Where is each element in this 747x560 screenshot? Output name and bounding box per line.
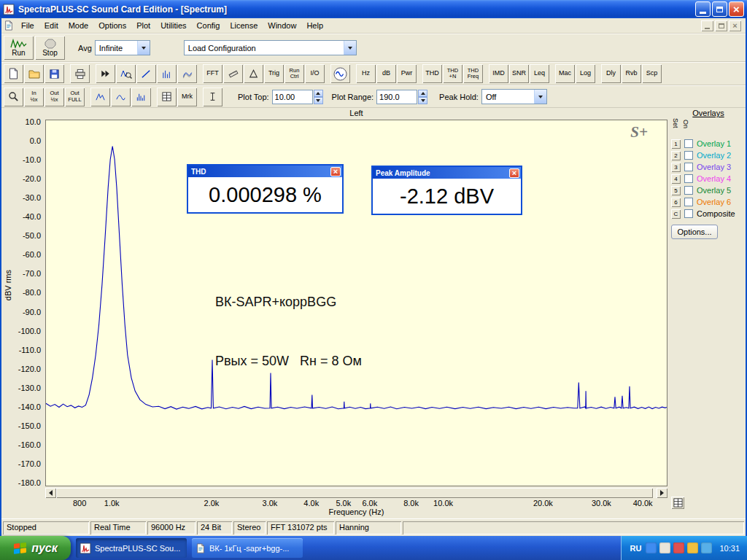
peak-hold-dropdown[interactable]: Off [481, 89, 547, 104]
scaling-button[interactable] [223, 64, 243, 83]
trigger-button[interactable]: Trig [264, 64, 284, 83]
restore-button[interactable] [712, 1, 727, 17]
wave-zoom-button[interactable] [116, 64, 136, 83]
smooth-plot-button[interactable] [111, 88, 131, 106]
signal-generator-button[interactable] [330, 64, 350, 83]
zoom-in-half-button[interactable]: In½x [24, 88, 44, 106]
thd-window[interactable]: THD 0.000298 % [187, 164, 344, 214]
spin-down-icon[interactable] [418, 97, 427, 104]
menu-license[interactable]: License [225, 19, 263, 32]
overlay-1-on-checkbox[interactable] [684, 139, 693, 148]
overlay-4-set-button[interactable]: 4 [671, 174, 681, 184]
menu-config[interactable]: Config [192, 19, 225, 32]
tray-app-icon-2[interactable] [673, 542, 684, 553]
overlay-C-on-checkbox[interactable] [684, 209, 693, 218]
taskbar-task-1[interactable]: SpectraPLUS-SC Sou... [76, 538, 187, 558]
run-control-button[interactable]: RunCtrl [285, 64, 304, 83]
leq-button[interactable]: Leq [530, 64, 549, 83]
snr-button[interactable]: SNR [509, 64, 529, 83]
peak-plot-button[interactable] [90, 88, 110, 106]
clock[interactable]: 10:31 [719, 544, 740, 553]
overlay-6-on-checkbox[interactable] [684, 198, 693, 206]
fast-forward-button[interactable] [96, 64, 115, 83]
scroll-right-button[interactable] [657, 488, 667, 498]
marker-button[interactable]: Mrk [177, 88, 197, 106]
surface-plot-button[interactable] [177, 64, 197, 83]
overlay-2-set-button[interactable]: 2 [671, 151, 681, 160]
network-icon[interactable] [701, 542, 712, 553]
menu-options[interactable]: Options [93, 19, 131, 32]
overlay-3-set-button[interactable]: 3 [671, 163, 681, 172]
power-units-button[interactable]: Pwr [397, 64, 417, 83]
overlay-2-on-checkbox[interactable] [684, 151, 693, 160]
weighting-button[interactable] [244, 64, 263, 83]
run-button[interactable]: Run [4, 36, 34, 60]
peak-window-titlebar[interactable]: Peak Amplitude [373, 167, 521, 179]
title-bar[interactable]: SpectraPLUS-SC Sound Card Edition - [Spe… [0, 0, 747, 18]
language-indicator[interactable]: RU [630, 544, 642, 553]
zoom-button[interactable] [4, 88, 23, 106]
save-button[interactable] [44, 64, 64, 83]
menu-window[interactable]: Window [263, 19, 301, 32]
peak-amplitude-window[interactable]: Peak Amplitude -2.12 dBV [371, 166, 522, 215]
plot-range-spinner[interactable] [418, 90, 427, 104]
bar-plot-button[interactable] [131, 88, 151, 106]
tray-app-icon-1[interactable] [646, 542, 657, 553]
overlay-5-on-checkbox[interactable] [684, 186, 693, 195]
plot-h-scrollbar[interactable] [45, 488, 667, 498]
log-button[interactable]: Log [576, 64, 595, 83]
phase-plot-button[interactable] [136, 64, 156, 83]
hz-units-button[interactable]: Hz [356, 64, 376, 83]
menu-help[interactable]: Help [301, 19, 328, 32]
scope-button[interactable]: Scp [642, 64, 662, 83]
start-button[interactable]: пуск [0, 536, 71, 560]
dropdown-arrow-icon[interactable] [344, 41, 356, 55]
overlay-6-set-button[interactable]: 6 [671, 198, 681, 207]
overlay-3-on-checkbox[interactable] [684, 163, 693, 171]
db-units-button[interactable]: dB [376, 64, 396, 83]
thd-n-button[interactable]: THD+N [443, 64, 462, 83]
scrollbar-thumb[interactable] [56, 488, 653, 498]
thd-close-button[interactable] [330, 167, 341, 176]
tray-app-icon-3[interactable] [687, 542, 698, 553]
volume-icon[interactable] [659, 542, 670, 553]
plot-top-spinner[interactable] [314, 90, 323, 104]
overlay-options-button[interactable]: Options... [671, 225, 718, 239]
close-button[interactable] [729, 1, 744, 17]
new-file-button[interactable] [4, 64, 23, 83]
grid-view-button[interactable] [157, 88, 177, 106]
zoom-out-half-button[interactable]: Out½x [44, 88, 64, 106]
averaging-dropdown[interactable]: Infinite [95, 40, 150, 55]
reverb-button[interactable]: Rvb [622, 64, 641, 83]
cursor-marker-button[interactable] [203, 88, 222, 106]
menu-file[interactable]: File [16, 19, 39, 32]
dropdown-arrow-icon[interactable] [534, 90, 546, 104]
delay-button[interactable]: Dly [601, 64, 621, 83]
menu-plot[interactable]: Plot [131, 19, 155, 32]
menu-utilities[interactable]: Utilities [155, 19, 191, 32]
dropdown-arrow-icon[interactable] [137, 41, 150, 55]
load-configuration-dropdown[interactable]: Load Configuration [184, 40, 357, 55]
spin-up-icon[interactable] [314, 90, 323, 97]
spin-up-icon[interactable] [418, 90, 427, 97]
thd-freq-button[interactable]: THDFreq [463, 64, 483, 83]
menu-edit[interactable]: Edit [39, 19, 63, 32]
taskbar-task-2[interactable]: ВК- 1кГц -sapr+bgg-... [192, 538, 303, 558]
fft-settings-button[interactable]: FFT [203, 64, 222, 83]
overlay-1-set-button[interactable]: 1 [671, 139, 681, 149]
overlay-C-set-button[interactable]: C [671, 209, 681, 219]
grid-button[interactable] [671, 497, 684, 509]
minimize-button[interactable] [695, 1, 711, 17]
imd-button[interactable]: IMD [489, 64, 508, 83]
thd-window-titlebar[interactable]: THD [188, 166, 342, 177]
overlay-4-on-checkbox[interactable] [684, 174, 693, 183]
spin-down-icon[interactable] [314, 97, 323, 104]
io-device-button[interactable]: I/O [305, 64, 325, 83]
plot-top-input[interactable] [272, 90, 313, 104]
spectrum-plot[interactable]: S+ THD 0.000298 % Peak Amplitude -2.12 d… [45, 120, 667, 486]
mdi-minimize-button[interactable] [701, 20, 713, 31]
print-button[interactable] [70, 64, 90, 83]
scroll-left-button[interactable] [45, 488, 56, 498]
overlay-5-set-button[interactable]: 5 [671, 186, 681, 195]
macro-button[interactable]: Mac [555, 64, 575, 83]
